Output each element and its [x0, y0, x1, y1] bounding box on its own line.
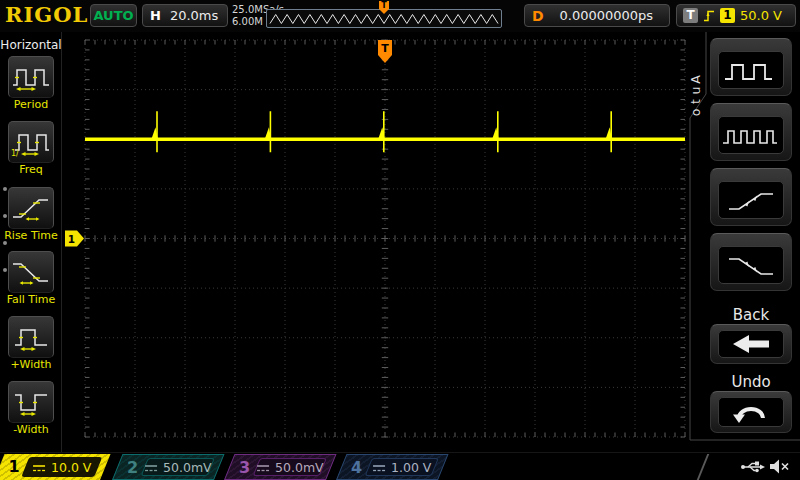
trigger-label: T: [683, 8, 698, 23]
svg-text:T: T: [381, 1, 387, 10]
horizontal-timebase-box[interactable]: H 20.0ms: [142, 4, 228, 27]
channel-2-tab[interactable]: 2 50.0mV: [112, 454, 225, 480]
auto-falling-edge-button[interactable]: [710, 233, 792, 291]
undo-arrow-icon: [718, 397, 784, 427]
left-menu-horizontal: Horizontal Period 1/ Freq: [0, 32, 62, 452]
square-wave-icon: [718, 51, 784, 89]
menu-item-freq-label: Freq: [0, 163, 62, 176]
period-icon: [11, 62, 51, 92]
timebase-value: 20.0ms: [170, 8, 218, 23]
bottom-bar: 1 10.0 V 2 50.0mV: [0, 452, 800, 480]
trigger-source-badge: 1: [720, 8, 735, 23]
channel-1-scale: 10.0 V: [51, 460, 91, 475]
left-menu-title: Horizontal: [0, 38, 62, 52]
channel-3-scale: 50.0mV: [275, 460, 324, 475]
menu-item-neg-width-label: -Width: [0, 423, 62, 436]
rigol-logo: RIGOL: [5, 2, 88, 27]
menu-item-rise-time-label: Rise Time: [0, 229, 62, 242]
menu-item-pos-width-label: +Width: [0, 358, 62, 371]
frequency-icon: 1/: [11, 127, 51, 157]
menu-item-pos-width[interactable]: [8, 316, 54, 358]
trigger-level-value: 50.0 V: [740, 8, 782, 23]
channel-2-scale: 50.0mV: [163, 460, 212, 475]
rise-time-icon: [11, 193, 51, 223]
channel-4-tab[interactable]: 4 1.00 V: [336, 454, 449, 480]
menu-item-period-label: Period: [0, 98, 62, 111]
svg-text:1/: 1/: [11, 149, 19, 157]
channel-3-number: 3: [239, 458, 250, 477]
back-label: Back: [710, 306, 792, 324]
menu-item-freq[interactable]: 1/: [8, 121, 54, 163]
undo-button[interactable]: [710, 391, 792, 433]
dc-coupling-icon: [372, 462, 386, 472]
menu-page-dot: [3, 214, 7, 218]
auto-multi-pulse-button[interactable]: [710, 103, 792, 161]
trigger-position-marker-small[interactable]: T: [378, 1, 390, 14]
menu-page-dot: [3, 241, 7, 245]
auto-rising-edge-button[interactable]: [710, 168, 792, 226]
delay-label: D: [532, 8, 544, 24]
menu-tab-label: Auto: [688, 74, 704, 118]
menu-item-rise-time[interactable]: [8, 187, 54, 229]
channel-1-tab[interactable]: 1 10.0 V: [0, 454, 111, 480]
back-arrow-icon: [718, 330, 784, 358]
undo-label: Undo: [710, 373, 792, 391]
positive-width-icon: [11, 322, 51, 352]
back-button[interactable]: [710, 324, 792, 364]
speaker-muted-icon: [769, 458, 791, 475]
menu-item-period[interactable]: [8, 56, 54, 98]
channel-1-level-marker[interactable]: 1: [65, 231, 84, 247]
multi-pulse-icon: [718, 116, 784, 154]
oscilloscope-screen: RIGOL AUTO H 20.0ms 25.0MSa/s 6.00M pts …: [0, 0, 800, 480]
menu-item-fall-time-label: Fall Time: [0, 293, 62, 306]
menu-page-dot: [3, 268, 7, 272]
svg-text:1: 1: [68, 233, 75, 245]
ch1-trace: [85, 111, 685, 152]
trigger-position-marker[interactable]: T: [378, 40, 392, 63]
channel-4-number: 4: [351, 458, 362, 477]
dc-coupling-icon: [144, 462, 158, 472]
channel-1-number: 1: [8, 457, 19, 476]
graticule-display: T1: [62, 32, 686, 452]
right-menu-auto: Auto: [686, 32, 800, 452]
channel-3-tab[interactable]: 3 50.0mV: [224, 454, 337, 480]
channel-4-scale: 1.00 V: [391, 460, 431, 475]
trigger-box[interactable]: T 1 50.0 V: [676, 4, 796, 27]
dc-coupling-icon: [256, 462, 270, 472]
rising-edge-icon: [703, 8, 715, 23]
dc-coupling-icon: [32, 462, 46, 472]
svg-text:T: T: [381, 42, 389, 55]
channel-2-number: 2: [127, 458, 138, 477]
menu-item-neg-width[interactable]: [8, 381, 54, 423]
horizontal-label: H: [150, 8, 161, 23]
display-area: T1: [62, 32, 686, 452]
auto-square-wave-button[interactable]: [710, 38, 792, 96]
rising-edge-ramp-icon: [718, 181, 784, 219]
fall-time-icon: [11, 257, 51, 287]
menu-item-fall-time[interactable]: [8, 251, 54, 293]
usb-icon: [740, 460, 766, 474]
status-separator: [697, 454, 710, 480]
run-state-badge[interactable]: AUTO: [90, 4, 137, 27]
delay-value: 0.00000000ps: [544, 8, 669, 23]
falling-edge-ramp-icon: [718, 246, 784, 284]
negative-width-icon: [11, 387, 51, 417]
delay-box[interactable]: D 0.00000000ps: [524, 4, 670, 27]
top-bar: RIGOL AUTO H 20.0ms 25.0MSa/s 6.00M pts …: [0, 0, 800, 32]
menu-page-dot: [3, 187, 7, 191]
